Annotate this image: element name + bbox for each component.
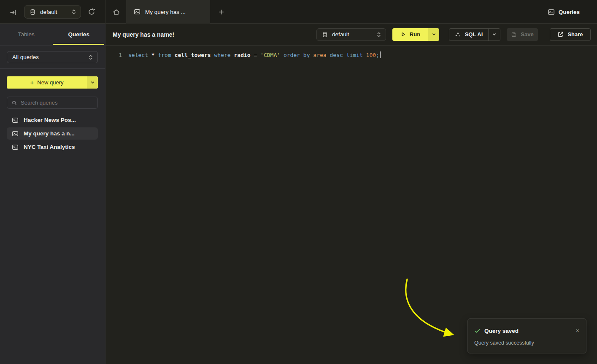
chevron-updown-icon [88, 54, 93, 60]
query-terminal-icon [12, 144, 19, 151]
queries-panel-button[interactable]: Queries [548, 6, 580, 18]
query-toolbar: My query has a name! default [105, 24, 597, 46]
database-select-value: default [328, 31, 376, 38]
new-tab-button[interactable] [210, 0, 232, 24]
query-terminal-icon [12, 130, 19, 137]
code-token: area [313, 52, 330, 58]
chevron-down-icon [90, 80, 95, 85]
toolbar-database-select[interactable]: default [316, 28, 386, 41]
toast-header: Query saved × [468, 319, 586, 334]
topbar: default [0, 0, 597, 24]
run-label: Run [410, 31, 420, 38]
sql-ai-main: SQL AI [449, 29, 488, 40]
run-button-main: Run [392, 28, 428, 41]
query-title: My query has a name! [113, 31, 316, 38]
query-list-item-selected[interactable]: My query has a n... [7, 127, 98, 140]
code-token: * [151, 52, 158, 58]
code-token: 'CDMA' [260, 52, 284, 58]
toast-title: Query saved [484, 328, 571, 334]
search-queries-input[interactable] [21, 100, 93, 106]
chevron-updown-icon [376, 32, 381, 38]
sql-editor[interactable]: 1 select * from cell_towers where radio … [105, 46, 597, 364]
sidebar-tabs: Tables Queries [0, 24, 105, 46]
home-tab-button[interactable] [106, 0, 126, 24]
query-item-label: NYC Taxi Analytics [24, 144, 75, 150]
sparkles-icon [455, 31, 461, 38]
code-token: from [158, 52, 174, 58]
query-item-label: Hacker News Pos... [24, 117, 76, 123]
tab-my-query[interactable]: My query has ... [126, 0, 210, 24]
share-label: Share [567, 31, 583, 38]
new-query-dropdown[interactable] [87, 76, 98, 89]
line-number: 1 [112, 51, 122, 59]
code-token: order by [284, 52, 313, 58]
new-query-label: New query [37, 79, 63, 86]
save-label: Save [521, 31, 533, 38]
home-icon [112, 8, 120, 16]
topbar-database-select[interactable]: default [24, 5, 81, 19]
chevron-down-icon [492, 32, 497, 37]
tab-label: My query has ... [145, 9, 186, 15]
play-icon [400, 32, 406, 37]
plus-icon: + [30, 79, 34, 86]
sidebar: Tables Queries All queries + New query [0, 24, 105, 364]
sql-ai-dropdown[interactable] [488, 29, 500, 40]
sidebar-divider [0, 68, 105, 69]
main-panel: My query has a name! default [105, 24, 597, 364]
run-button[interactable]: Run [392, 28, 439, 41]
queries-filter-select[interactable]: All queries [7, 51, 98, 63]
code-token: ; [376, 52, 379, 58]
code-token: 100 [366, 52, 376, 58]
chevron-updown-icon [71, 9, 76, 15]
database-icon [322, 32, 328, 38]
sql-ai-label: SQL AI [465, 31, 483, 38]
search-queries-box [7, 97, 98, 109]
refresh-icon [88, 8, 95, 16]
code-token: select [128, 52, 151, 58]
search-icon [11, 100, 17, 106]
query-item-label: My query has a n... [24, 130, 75, 137]
code-token: = [254, 52, 260, 58]
queries-terminal-icon [548, 8, 555, 16]
share-icon [557, 31, 564, 38]
code-line: 1 select * from cell_towers where radio … [105, 46, 597, 59]
database-select-value: default [36, 9, 71, 15]
database-icon [30, 9, 36, 15]
sql-ai-button[interactable]: SQL AI [449, 28, 500, 41]
refresh-button[interactable] [86, 7, 97, 17]
toast-query-saved: Query saved × Query saved successfully [467, 318, 586, 353]
new-query-main: + New query [7, 76, 87, 89]
toast-close-button[interactable]: × [575, 327, 580, 334]
text-cursor [380, 51, 381, 58]
toast-message: Query saved successfully [468, 334, 586, 346]
tab-queries[interactable]: Queries [53, 24, 105, 45]
save-icon [511, 32, 517, 38]
save-button-main: Save [507, 28, 538, 41]
code-token: desc limit [330, 52, 366, 58]
query-list: Hacker News Pos... My query has a n... N… [7, 114, 98, 154]
code-token: radio [234, 52, 254, 58]
expand-sidebar-icon [10, 9, 17, 16]
filter-select-value: All queries [8, 54, 88, 60]
tab-strip: My query has ... [105, 0, 232, 24]
query-list-item[interactable]: NYC Taxi Analytics [7, 141, 98, 153]
collapse-sidebar-button[interactable] [8, 8, 18, 17]
save-button[interactable]: Save [507, 28, 538, 41]
chevron-down-icon [432, 32, 436, 37]
share-button[interactable]: Share [550, 28, 591, 41]
new-query-button[interactable]: + New query [7, 76, 98, 89]
query-terminal-icon [134, 8, 140, 15]
share-button-main: Share [550, 29, 590, 40]
queries-panel-label: Queries [559, 9, 580, 15]
sql-code: select * from cell_towers where radio = … [128, 51, 381, 59]
tab-tables[interactable]: Tables [0, 24, 53, 45]
active-tab-underline [53, 44, 104, 45]
run-dropdown[interactable] [428, 28, 439, 41]
code-token: where [214, 52, 234, 58]
plus-icon [218, 9, 224, 15]
query-list-item[interactable]: Hacker News Pos... [7, 114, 98, 126]
check-icon [474, 328, 481, 334]
code-token: cell_towers [175, 52, 214, 58]
query-terminal-icon [12, 117, 19, 124]
